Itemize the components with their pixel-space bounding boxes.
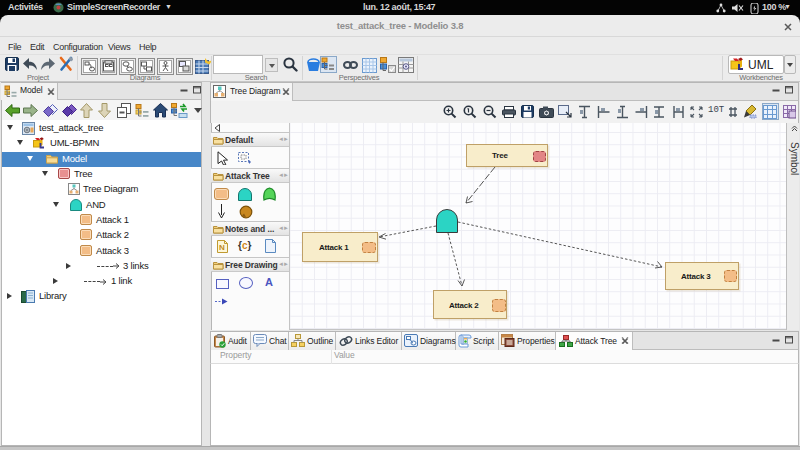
svg-text:N: N xyxy=(219,243,225,252)
